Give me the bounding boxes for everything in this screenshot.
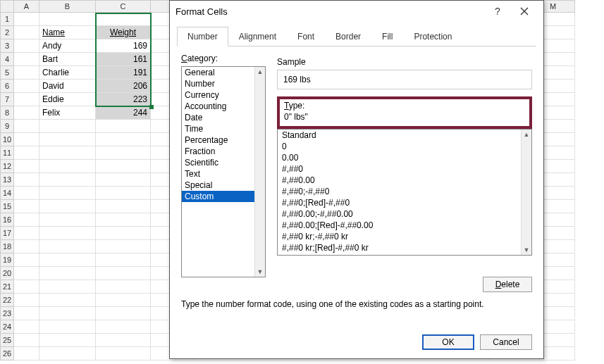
cell-A25[interactable] <box>14 334 39 347</box>
row-header-19[interactable]: 19 <box>0 253 14 267</box>
category-item-special[interactable]: Special <box>182 180 265 191</box>
category-item-text[interactable]: Text <box>182 168 265 180</box>
cell-A16[interactable] <box>14 213 39 227</box>
cell-B5[interactable]: Charlie <box>39 66 96 80</box>
cell-C19[interactable] <box>96 253 151 267</box>
row-header-14[interactable]: 14 <box>0 187 14 200</box>
delete-button[interactable]: Delete <box>483 277 532 292</box>
cell-B4[interactable]: Bart <box>39 53 96 66</box>
row-header-24[interactable]: 24 <box>0 320 14 334</box>
cell-A23[interactable] <box>14 307 39 320</box>
cell-C26[interactable] <box>96 347 151 360</box>
cell-B25[interactable] <box>39 334 96 347</box>
cell-C17[interactable] <box>96 227 151 240</box>
row-header-10[interactable]: 10 <box>0 133 14 146</box>
format-item[interactable]: #,##0 <box>278 163 531 175</box>
cell-B2[interactable]: Name <box>39 26 96 39</box>
tab-alignment[interactable]: Alignment <box>228 27 287 46</box>
category-item-time[interactable]: Time <box>182 123 265 134</box>
cell-A13[interactable] <box>14 173 39 187</box>
close-button[interactable] <box>511 1 538 22</box>
cell-B19[interactable] <box>39 253 96 267</box>
cell-A20[interactable] <box>14 267 39 280</box>
cell-C24[interactable] <box>96 320 151 334</box>
cell-C10[interactable] <box>96 133 151 146</box>
tab-border[interactable]: Border <box>325 27 371 46</box>
row-header-11[interactable]: 11 <box>0 146 14 160</box>
format-list[interactable]: Standard00.00#,##0#,##0.00#,##0;-#,##0#,… <box>277 129 532 256</box>
cell-C2[interactable]: Weight <box>96 26 151 39</box>
tab-fill[interactable]: Fill <box>371 27 403 46</box>
category-item-fraction[interactable]: Fraction <box>182 146 265 157</box>
cell-B20[interactable] <box>39 267 96 280</box>
cell-C12[interactable] <box>96 160 151 173</box>
cell-B21[interactable] <box>39 280 96 294</box>
row-header-20[interactable]: 20 <box>0 267 14 280</box>
cell-A7[interactable] <box>14 93 39 106</box>
cell-C22[interactable] <box>96 294 151 307</box>
cell-A26[interactable] <box>14 347 39 360</box>
category-list[interactable]: GeneralNumberCurrencyAccountingDateTimeP… <box>181 66 266 277</box>
tab-number[interactable]: Number <box>177 27 228 46</box>
cell-B14[interactable] <box>39 187 96 200</box>
cell-B26[interactable] <box>39 347 96 360</box>
format-item[interactable]: Standard <box>278 130 531 141</box>
row-header-22[interactable]: 22 <box>0 294 14 307</box>
cell-B22[interactable] <box>39 294 96 307</box>
cell-A18[interactable] <box>14 240 39 253</box>
cell-A19[interactable] <box>14 253 39 267</box>
cell-C25[interactable] <box>96 334 151 347</box>
format-item[interactable]: #,##0;-#,##0 <box>278 186 531 197</box>
row-header-26[interactable]: 26 <box>0 347 14 360</box>
cell-A1[interactable] <box>14 13 39 26</box>
row-header-12[interactable]: 12 <box>0 160 14 173</box>
format-item[interactable]: #,##0;[Red]-#,##0 <box>278 197 531 208</box>
type-input[interactable]: 0" lbs" <box>284 111 525 123</box>
help-button[interactable]: ? <box>484 1 511 22</box>
tab-font[interactable]: Font <box>287 27 325 46</box>
cell-A11[interactable] <box>14 146 39 160</box>
cell-B17[interactable] <box>39 227 96 240</box>
cell-A6[interactable] <box>14 80 39 93</box>
selection-fill-handle[interactable] <box>149 105 154 109</box>
cell-A3[interactable] <box>14 39 39 53</box>
cell-A2[interactable] <box>14 26 39 39</box>
row-header-4[interactable]: 4 <box>0 53 14 66</box>
category-item-currency[interactable]: Currency <box>182 89 265 101</box>
cell-B13[interactable] <box>39 173 96 187</box>
cell-B1[interactable] <box>39 13 96 26</box>
cell-C1[interactable] <box>96 13 151 26</box>
cell-A10[interactable] <box>14 133 39 146</box>
cell-B15[interactable] <box>39 200 96 213</box>
row-header-17[interactable]: 17 <box>0 227 14 240</box>
row-header-23[interactable]: 23 <box>0 307 14 320</box>
format-item[interactable]: #,##0 kr;-#,##0 kr <box>278 231 531 242</box>
cell-B16[interactable] <box>39 213 96 227</box>
format-item[interactable]: #,##0.00;[Red]-#,##0.00 <box>278 220 531 231</box>
cell-B8[interactable]: Felix <box>39 106 96 120</box>
cell-C5[interactable]: 191 <box>96 66 151 80</box>
row-header-21[interactable]: 21 <box>0 280 14 294</box>
cell-A22[interactable] <box>14 294 39 307</box>
select-all-corner[interactable] <box>0 0 14 13</box>
cell-B7[interactable]: Eddie <box>39 93 96 106</box>
category-scrollbar[interactable]: ▲ ▼ <box>254 67 265 277</box>
row-header-13[interactable]: 13 <box>0 173 14 187</box>
category-item-accounting[interactable]: Accounting <box>182 101 265 112</box>
column-header-A[interactable]: A <box>14 0 39 13</box>
format-item[interactable]: #,##0.00;-#,##0.00 <box>278 208 531 220</box>
cell-C18[interactable] <box>96 240 151 253</box>
cell-A4[interactable] <box>14 53 39 66</box>
cell-A8[interactable] <box>14 106 39 120</box>
format-scrollbar[interactable]: ▲ ▼ <box>521 130 531 255</box>
cell-B9[interactable] <box>39 120 96 133</box>
column-header-B[interactable]: B <box>39 0 96 13</box>
cell-C11[interactable] <box>96 146 151 160</box>
cell-A9[interactable] <box>14 120 39 133</box>
row-header-8[interactable]: 8 <box>0 106 14 120</box>
row-header-18[interactable]: 18 <box>0 240 14 253</box>
cell-C14[interactable] <box>96 187 151 200</box>
cancel-button[interactable]: Cancel <box>480 334 532 350</box>
cell-B3[interactable]: Andy <box>39 39 96 53</box>
row-header-6[interactable]: 6 <box>0 80 14 93</box>
